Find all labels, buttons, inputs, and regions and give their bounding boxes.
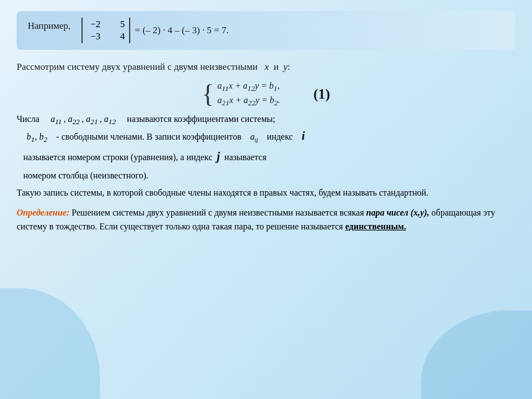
aij-symbol: aij bbox=[250, 132, 258, 143]
free-members-line: b1, b2 - свободными членами. В записи ко… bbox=[17, 130, 515, 144]
wave-decoration-left bbox=[0, 288, 100, 399]
main-content: Например, −2 5 −3 4 = (– 2) · 4 – (– 3) … bbox=[17, 11, 515, 234]
system-number: (1) bbox=[313, 86, 330, 103]
example-label: Например, bbox=[28, 18, 70, 32]
intro-paragraph: Рассмотрим систему двух уравнений с двум… bbox=[17, 60, 515, 74]
page: Например, −2 5 −3 4 = (– 2) · 4 – (– 3) … bbox=[0, 0, 532, 399]
index-desc: называется номером строки (уравнения), а… bbox=[17, 147, 515, 165]
col-desc-2: номером столбца (неизвестного). bbox=[17, 168, 515, 183]
numbers-desc: называются коэффициентами системы; bbox=[127, 114, 275, 124]
unknowns-y: y bbox=[283, 62, 288, 72]
free-members: b1, b2 bbox=[27, 132, 47, 144]
numbers-list: a11 , a22 , a21 , a12 bbox=[50, 114, 116, 126]
system-container: { a11x + a12y = b1, a21x + a22y = b2. (1… bbox=[17, 81, 515, 108]
matrix-formula: −2 5 −3 4 = (– 2) · 4 – (– 3) · 5 = 7. bbox=[81, 18, 228, 43]
intro-text: Рассмотрим систему двух уравнений с двум… bbox=[17, 62, 258, 72]
matrix-cell-1-2: 5 bbox=[111, 19, 125, 30]
example-box: Например, −2 5 −3 4 = (– 2) · 4 – (– 3) … bbox=[17, 11, 515, 50]
definition-paragraph: Определение: Решением системы двух уравн… bbox=[17, 206, 515, 234]
i-letter: i bbox=[301, 130, 305, 142]
bold-part: пара чисел (x,y), bbox=[366, 208, 429, 217]
bold-end: единственным. bbox=[345, 222, 406, 231]
equation-1: a11x + a12y = b1, bbox=[217, 81, 280, 93]
j-letter: j bbox=[217, 150, 220, 162]
col-desc2-text: номером столбца (неизвестного). bbox=[23, 171, 149, 180]
matrix-row-2: −3 4 bbox=[87, 31, 125, 42]
equations-list: a11x + a12y = b1, a21x + a22y = b2. bbox=[217, 81, 280, 108]
matrix-cell-1-1: −2 bbox=[87, 19, 100, 30]
matrix-cell-2-1: −3 bbox=[87, 31, 100, 42]
matrix-cell-2-2: 4 bbox=[111, 31, 125, 42]
system-equations: { a11x + a12y = b1, a21x + a22y = b2. bbox=[202, 81, 280, 108]
free-members-desc: - свободными членами. В записи коэффицие… bbox=[56, 132, 241, 142]
brace-symbol: { bbox=[202, 81, 214, 107]
matrix: −2 5 −3 4 bbox=[81, 18, 130, 43]
matrix-row-1: −2 5 bbox=[87, 19, 125, 30]
wave-decoration-right bbox=[421, 310, 532, 399]
unknowns-text: x bbox=[265, 62, 269, 72]
standard-text: Такую запись системы, в которой свободны… bbox=[17, 186, 515, 200]
row-desc: называется номером строки (уравнения), а… bbox=[23, 152, 212, 162]
equation-2: a21x + a22y = b2. bbox=[217, 95, 280, 108]
definition-text: Решением системы двух уравнений с двумя … bbox=[71, 208, 366, 217]
numbers-label: Числа bbox=[17, 114, 39, 124]
numbers-line: Числа a11 , a22 , a21 , a12 называются к… bbox=[17, 114, 515, 126]
index-i-desc: индекс bbox=[267, 132, 293, 142]
definition-label: Определение: bbox=[17, 208, 69, 217]
formula-result: = (– 2) · 4 – (– 3) · 5 = 7. bbox=[135, 25, 228, 36]
col-desc: называется bbox=[224, 152, 267, 162]
